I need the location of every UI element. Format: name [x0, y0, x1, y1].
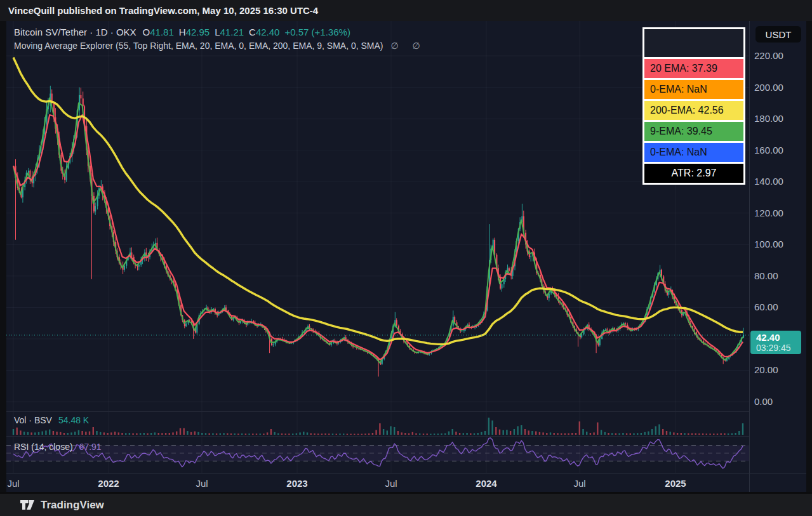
ma-legend-row: 0-EMA: NaN [644, 143, 743, 162]
price-tick: 160.00 [754, 145, 783, 155]
time-tick: 2022 [98, 478, 119, 489]
price-tick: 220.00 [754, 50, 783, 61]
publish-info: VinceQuill published on TradingView.com,… [0, 0, 318, 21]
volume-title: Vol · BSV [14, 415, 52, 425]
ma-legend-row: 200-EMA: 42.56 [644, 101, 743, 120]
ma-legend-row: 20 EMA: 37.39 [644, 59, 743, 78]
ma-legend-header [644, 29, 743, 57]
price-tick: 0.00 [754, 396, 773, 407]
volume-pane-label: Vol · BSV54.48 K [14, 415, 89, 425]
ma-legend-row: ATR: 2.97 [644, 164, 743, 183]
top-bar: VinceQuill published on TradingView.com,… [0, 0, 812, 21]
last-price-value: 42.40 [756, 332, 801, 343]
price-tick: 120.00 [754, 208, 783, 218]
footer: TradingView [0, 492, 812, 516]
price-tick: 180.00 [754, 113, 783, 124]
rsi-pane-label: RSI (14, close)67.91 [14, 442, 102, 452]
tradingview-logo-icon[interactable] [20, 499, 35, 511]
rsi-title: RSI (14, close) [14, 442, 73, 452]
time-tick: 2025 [665, 478, 686, 489]
time-tick: Jul [196, 478, 208, 489]
ma-legend-box: 20 EMA: 37.390-EMA: NaN200-EMA: 42.569-E… [642, 27, 745, 185]
price-tick: 100.00 [754, 239, 783, 249]
price-tick: 140.00 [754, 176, 783, 187]
currency-button[interactable]: USDT [755, 26, 801, 43]
volume-value: 54.48 K [58, 415, 89, 425]
price-tick: 200.00 [754, 82, 783, 93]
rsi-value: 67.91 [79, 442, 102, 452]
ma-legend-row: 9-EMA: 39.45 [644, 122, 743, 141]
time-tick: Jul [385, 478, 397, 489]
last-price-badge: 42.40 03:29:45 [750, 331, 801, 354]
price-tick: 80.00 [754, 270, 778, 281]
price-tick: 60.00 [754, 301, 778, 312]
time-tick: 2023 [286, 478, 307, 489]
tradingview-brand[interactable]: TradingView [41, 499, 104, 512]
chart-widget: Bitcoin SV/Tether · 1D · OKXO41.81H42.95… [6, 21, 806, 492]
bar-countdown: 03:29:45 [756, 343, 801, 353]
time-tick: 2024 [476, 478, 496, 489]
price-tick: 20.00 [754, 364, 778, 375]
ma-legend-row: 0-EMA: NaN [644, 80, 743, 99]
time-tick: Jul [573, 478, 585, 489]
time-tick: Jul [7, 478, 19, 489]
